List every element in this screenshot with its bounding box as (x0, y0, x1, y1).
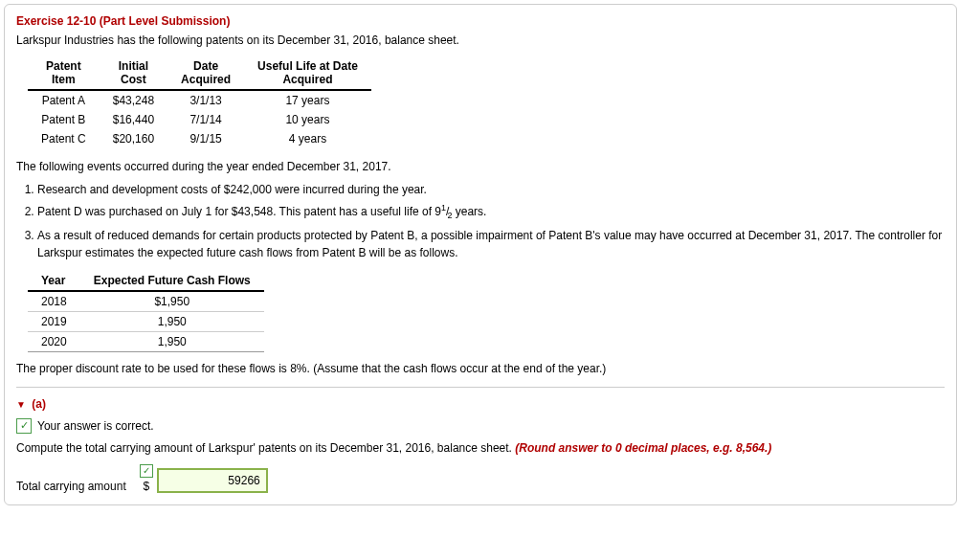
cell: 3/1/13 (167, 90, 244, 110)
cell: $16,440 (100, 110, 167, 129)
cell: 10 years (244, 110, 371, 129)
table-row: Patent B $16,440 7/1/14 10 years (28, 110, 371, 129)
table-row: 2020 1,950 (28, 331, 264, 351)
table-row: 2019 1,950 (28, 311, 264, 331)
list-item: Patent D was purchased on July 1 for $43… (37, 202, 945, 223)
table-row: 2018 $1,950 (28, 291, 264, 312)
part-a-instruction: Compute the total carrying amount of Lar… (16, 441, 945, 455)
col-patent-item: PatentItem (28, 56, 100, 90)
cell: 7/1/14 (167, 110, 244, 129)
triangle-down-icon: ▼ (16, 399, 26, 410)
cell: 4 years (244, 129, 371, 148)
col-year: Year (28, 271, 80, 291)
cell: $20,160 (100, 129, 167, 148)
correct-text: Your answer is correct. (37, 419, 154, 433)
table-row: Patent C $20,160 9/1/15 4 years (28, 129, 371, 148)
answer-label: Total carrying amount (16, 480, 126, 493)
cell: 2019 (28, 311, 80, 331)
exercise-panel: Exercise 12-10 (Part Level Submission) L… (4, 4, 957, 505)
answer-row: Total carrying amount ✓ $ (16, 464, 945, 493)
col-useful-life: Useful Life at DateAcquired (244, 56, 371, 90)
cell: 2020 (28, 331, 80, 351)
total-carrying-amount-input[interactable] (157, 468, 268, 493)
fraction: 1/2 (441, 205, 452, 218)
col-initial-cost: InitialCost (100, 56, 167, 90)
currency-symbol: $ (143, 480, 149, 493)
check-icon: ✓ (16, 418, 32, 434)
cashflows-table: Year Expected Future Cash Flows 2018 $1,… (28, 271, 264, 352)
cell: Patent A (28, 90, 100, 110)
round-note: (Round answer to 0 decimal places, e.g. … (515, 441, 771, 455)
cell: 2018 (28, 291, 80, 312)
discount-note: The proper discount rate to be used for … (16, 362, 945, 375)
correct-feedback: ✓ Your answer is correct. (16, 418, 945, 434)
divider (16, 387, 945, 388)
check-icon: ✓ (140, 464, 153, 478)
events-list: Research and development costs of $242,0… (16, 181, 945, 261)
cell: Patent B (28, 110, 100, 129)
list-item: As a result of reduced demands for certa… (37, 227, 945, 261)
part-a-toggle[interactable]: ▼ (a) (16, 397, 945, 411)
col-date-acquired: DateAcquired (167, 56, 244, 90)
col-flows: Expected Future Cash Flows (80, 271, 264, 291)
cell: Patent C (28, 129, 100, 148)
exercise-title: Exercise 12-10 (Part Level Submission) (16, 14, 945, 28)
cell: $1,950 (80, 291, 264, 312)
cell: $43,248 (100, 90, 167, 110)
events-intro: The following events occurred during the… (16, 160, 945, 173)
table-row: Patent A $43,248 3/1/13 17 years (28, 90, 371, 110)
cell: 9/1/15 (167, 129, 244, 148)
list-item: Research and development costs of $242,0… (37, 181, 945, 198)
intro-text: Larkspur Industries has the following pa… (16, 34, 945, 47)
cell: 1,950 (80, 331, 264, 351)
cell: 1,950 (80, 311, 264, 331)
patents-table: PatentItem InitialCost DateAcquired Usef… (28, 56, 371, 148)
part-a-label: (a) (32, 397, 46, 411)
cell: 17 years (244, 90, 371, 110)
